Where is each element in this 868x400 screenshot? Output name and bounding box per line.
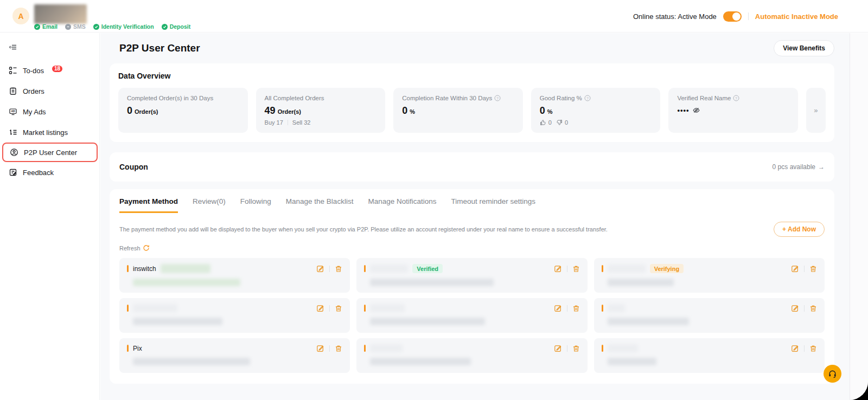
tab-timeout-reminder[interactable]: Timeout reminder settings	[451, 197, 535, 213]
chevron-double-right-icon: »	[814, 106, 818, 114]
redacted-account-details	[133, 358, 250, 365]
sidebar-item-label: Feedback	[23, 169, 54, 177]
online-status-label: Online status: Active Mode	[633, 12, 717, 21]
payment-card	[356, 338, 587, 373]
edit-icon[interactable]	[791, 304, 799, 312]
sidebar-item-label: My Ads	[23, 108, 46, 116]
sidebar-item-my-ads[interactable]: AD My Ads	[0, 101, 99, 122]
stat-label: Verified Real Name	[677, 95, 731, 101]
scrollbar-track[interactable]	[850, 33, 868, 400]
online-status-toggle[interactable]	[723, 11, 742, 22]
edit-icon[interactable]	[554, 304, 562, 312]
payment-method-grid: inswitch Verified	[119, 258, 825, 373]
delete-icon[interactable]	[572, 265, 580, 273]
tab-payment-method[interactable]: Payment Method	[119, 197, 178, 213]
redacted-account-details	[608, 358, 656, 365]
page-title: P2P User Center	[119, 42, 200, 54]
tab-following[interactable]: Following	[240, 197, 271, 213]
coupon-title: Coupon	[119, 163, 148, 171]
stat-label: Completed Order(s) in 30 Days	[127, 95, 213, 101]
edit-icon[interactable]	[791, 264, 799, 273]
accent-bar	[364, 265, 366, 272]
sidebar-item-label: To-dos	[23, 67, 44, 75]
payment-method-description: The payment method you add will be displ…	[119, 226, 608, 233]
edit-icon[interactable]	[791, 344, 799, 352]
todos-count-badge: 18	[51, 64, 63, 73]
stat-completion-rate: Completion Rate Within 30 Days ? 0 %	[393, 88, 523, 133]
redacted-title	[370, 344, 403, 352]
browser-page: A Email SMS Identity Verification Deposi…	[0, 0, 868, 400]
stats-scroll-next-button[interactable]: »	[806, 88, 826, 133]
delete-icon[interactable]	[335, 265, 342, 273]
sidebar-collapse-icon[interactable]	[8, 42, 18, 53]
badge-label: Email	[42, 23, 58, 30]
sidebar-item-market-listings[interactable]: Market listings	[0, 122, 99, 143]
verified-badge: Verified	[412, 264, 443, 273]
sidebar-item-orders[interactable]: Orders	[0, 81, 99, 101]
thumbs-up-count: 0	[548, 119, 552, 126]
customer-support-button[interactable]	[824, 365, 841, 383]
edit-icon[interactable]	[554, 264, 562, 273]
refresh-button[interactable]: Refresh	[119, 244, 150, 251]
redacted-account-details	[608, 279, 674, 286]
tab-manage-notifications[interactable]: Manage Notifications	[368, 197, 436, 213]
delete-icon[interactable]	[809, 265, 817, 273]
tab-manage-blacklist[interactable]: Manage the Blacklist	[286, 197, 354, 213]
eye-off-icon[interactable]	[693, 107, 700, 114]
badge-label: SMS	[73, 23, 86, 30]
redacted-title	[133, 304, 177, 312]
avatar[interactable]: A	[12, 8, 29, 24]
data-overview-panel: Data Overview Completed Order(s) in 30 D…	[110, 63, 834, 142]
tab-review[interactable]: Review(0)	[193, 197, 226, 213]
delete-icon[interactable]	[809, 345, 817, 352]
check-circle-icon	[93, 24, 99, 30]
verification-badges: Email SMS Identity Verification Deposit	[34, 23, 190, 30]
sidebar-item-feedback[interactable]: Feedback	[0, 162, 99, 183]
page-header-row: P2P User Center View Benefits	[110, 33, 834, 63]
add-now-button[interactable]: + Add Now	[774, 222, 825, 237]
info-icon[interactable]: ?	[733, 95, 739, 101]
accent-bar	[127, 265, 129, 272]
accent-bar	[364, 305, 366, 312]
redacted-account-details	[133, 318, 222, 325]
view-benefits-button[interactable]: View Benefits	[774, 40, 834, 56]
buy-count: Buy 17	[265, 119, 283, 126]
badge-deposit: Deposit	[162, 23, 191, 30]
automatic-inactive-mode-link[interactable]: Automatic Inactive Mode	[755, 12, 838, 21]
dash-circle-icon	[65, 24, 71, 30]
payment-card-pix: Pix	[119, 338, 350, 373]
edit-icon[interactable]	[316, 304, 324, 312]
edit-icon[interactable]	[316, 264, 324, 273]
coupon-panel[interactable]: Coupon 0 pcs available →	[110, 152, 834, 182]
info-icon[interactable]: ?	[494, 95, 501, 101]
divider	[567, 305, 567, 312]
accent-bar	[602, 345, 603, 352]
delete-icon[interactable]	[572, 305, 580, 312]
redacted-account-details	[370, 358, 471, 365]
user-center-icon	[9, 148, 18, 157]
accent-bar	[364, 345, 366, 352]
edit-icon[interactable]	[316, 344, 324, 352]
sidebar: To-dos 18 Orders AD My Ads Market listin…	[0, 33, 100, 400]
svg-text:?: ?	[586, 96, 589, 100]
delete-icon[interactable]	[335, 305, 342, 312]
sidebar-item-p2p-user-center[interactable]: P2P User Center	[2, 143, 98, 162]
info-icon[interactable]: ?	[584, 95, 591, 101]
badge-email: Email	[34, 23, 58, 30]
delete-icon[interactable]	[572, 345, 580, 352]
divider	[748, 12, 749, 20]
stat-label: All Completed Orders	[265, 95, 324, 101]
delete-icon[interactable]	[809, 305, 817, 312]
headset-icon	[828, 369, 837, 378]
sidebar-item-todos[interactable]: To-dos 18	[0, 60, 99, 81]
badge-sms: SMS	[65, 23, 86, 30]
market-listings-icon	[8, 128, 17, 137]
edit-icon[interactable]	[554, 344, 562, 352]
stat-good-rating: Good Rating % ? 0 % 0 0	[531, 88, 661, 133]
delete-icon[interactable]	[335, 345, 342, 352]
orders-icon	[8, 87, 17, 96]
payment-card	[119, 298, 350, 333]
stat-verified-real-name: Verified Real Name ? ••••	[668, 88, 798, 133]
sidebar-item-label: P2P User Center	[24, 149, 77, 157]
stat-unit: Order(s)	[278, 108, 301, 115]
